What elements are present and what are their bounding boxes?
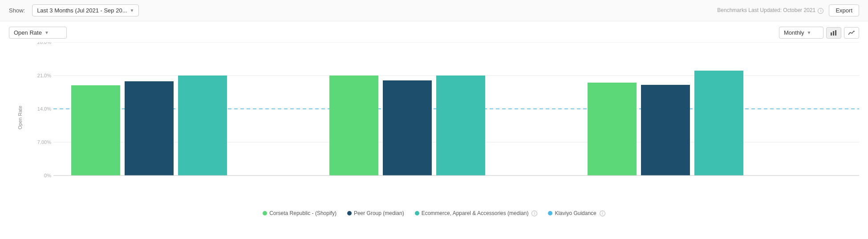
bar-sep-corseta xyxy=(588,83,637,175)
svg-rect-1 xyxy=(833,31,834,36)
legend-dot-corseta xyxy=(263,211,267,215)
metric-dropdown[interactable]: Open Rate ▼ xyxy=(9,27,67,39)
bar-aug-corseta xyxy=(329,76,378,175)
chart-svg: 28.0% 21.0% 14.0% 7.00% 0% xyxy=(36,42,859,180)
legend-label-corseta: Corseta Republic - (Shopify) xyxy=(269,210,337,216)
line-chart-button[interactable] xyxy=(844,27,859,39)
legend: Corseta Republic - (Shopify) Peer Group … xyxy=(0,207,868,221)
chart-area: Open Rate 28.0% 21.0% 14.0% 7.00% 0% xyxy=(9,42,859,207)
metric-value: Open Rate xyxy=(14,29,42,36)
bar-jul-peer xyxy=(125,81,174,175)
bar-aug-ecommerce xyxy=(436,76,485,175)
metric-chevron-icon: ▼ xyxy=(45,30,49,35)
main-container: Show: Last 3 Months (Jul 2021 - Sep 20..… xyxy=(0,0,868,239)
bar-jul-corseta xyxy=(71,85,120,175)
svg-text:28.0%: 28.0% xyxy=(37,42,51,45)
legend-label-klaviyo: Klaviyo Guidance xyxy=(555,210,596,216)
chart-inner: 28.0% 21.0% 14.0% 7.00% 0% xyxy=(36,42,859,193)
y-axis-label-container: Open Rate xyxy=(9,42,31,193)
benchmark-info-icon[interactable]: i xyxy=(818,8,823,14)
svg-text:7.00%: 7.00% xyxy=(37,139,51,145)
ecommerce-info-icon[interactable]: i xyxy=(531,211,537,216)
legend-item-ecommerce: Ecommerce, Apparel & Accessories (median… xyxy=(415,210,538,216)
svg-text:21.0%: 21.0% xyxy=(37,73,51,78)
top-bar: Show: Last 3 Months (Jul 2021 - Sep 20..… xyxy=(0,0,868,21)
legend-label-peer: Peer Group (median) xyxy=(354,210,404,216)
y-axis-label: Open Rate xyxy=(17,106,23,129)
export-button[interactable]: Export xyxy=(829,4,859,16)
legend-item-klaviyo: Klaviyo Guidance i xyxy=(548,210,605,216)
frequency-dropdown[interactable]: Monthly ▼ xyxy=(779,27,823,39)
bar-sep-peer xyxy=(641,85,690,175)
benchmark-label: Benchmarks Last Updated: October 2021 i xyxy=(717,7,823,14)
bar-aug-peer xyxy=(383,80,432,175)
bar-jul-ecommerce xyxy=(178,76,227,175)
legend-dot-peer xyxy=(347,211,352,215)
bar-chart-icon xyxy=(830,29,837,36)
legend-dot-ecommerce xyxy=(415,211,419,215)
legend-item-corseta: Corseta Republic - (Shopify) xyxy=(263,210,337,216)
frequency-value: Monthly xyxy=(784,29,804,36)
bar-sep-ecommerce xyxy=(694,71,743,175)
date-range-dropdown[interactable]: Last 3 Months (Jul 2021 - Sep 20... ▼ xyxy=(32,4,139,16)
top-right-controls: Benchmarks Last Updated: October 2021 i … xyxy=(717,4,859,16)
svg-rect-2 xyxy=(835,30,836,36)
legend-label-ecommerce: Ecommerce, Apparel & Accessories (median… xyxy=(422,210,529,216)
legend-dot-klaviyo xyxy=(548,211,552,215)
klaviyo-info-icon[interactable]: i xyxy=(600,211,605,216)
bar-chart-button[interactable] xyxy=(826,27,841,39)
frequency-chevron-icon: ▼ xyxy=(807,30,811,35)
show-label: Show: xyxy=(9,7,25,14)
line-chart-icon xyxy=(848,29,855,36)
chevron-down-icon: ▼ xyxy=(130,8,134,13)
svg-text:0%: 0% xyxy=(44,173,51,178)
chart-right-controls: Monthly ▼ xyxy=(779,27,859,39)
legend-item-peer: Peer Group (median) xyxy=(347,210,404,216)
svg-text:14.0%: 14.0% xyxy=(37,106,51,112)
svg-rect-0 xyxy=(831,32,832,36)
date-range-value: Last 3 Months (Jul 2021 - Sep 20... xyxy=(37,7,127,14)
chart-controls: Open Rate ▼ Monthly ▼ xyxy=(0,21,868,42)
